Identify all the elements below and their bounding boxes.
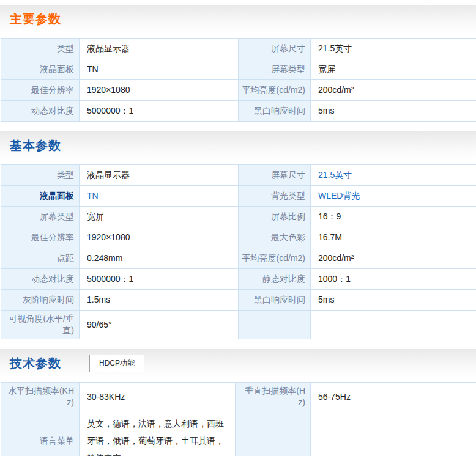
section-title: 基本参数 (10, 138, 61, 154)
param-value: 16：9 (311, 207, 476, 227)
param-label: 水平扫描频率(KHz) (1, 383, 80, 411)
spec-row: 液晶面板 TN 屏幕类型 宽屏 (1, 59, 476, 80)
param-value: 1920×1080 (80, 80, 239, 101)
param-value: TN (80, 59, 239, 80)
param-label: 最大色彩 (239, 227, 311, 248)
param-value: 1.5ms (80, 290, 239, 311)
section-basic-params: 基本参数 类型 液晶显示器 屏幕尺寸 21.5英寸 液晶面板 TN 背光类型 W… (0, 131, 476, 339)
param-value: 1000：1 (311, 269, 476, 290)
param-value-link[interactable]: TN (80, 186, 239, 207)
section-title: 技术参数 (10, 355, 61, 372)
param-value: 90/65° (80, 311, 239, 339)
spec-row: 灰阶响应时间 1.5ms 黑白响应时间 5ms (1, 290, 476, 311)
param-value-link[interactable]: 21.5英寸 (311, 165, 476, 186)
param-label-empty (236, 411, 311, 456)
param-value-empty (311, 311, 476, 339)
param-label: 动态对比度 (1, 101, 80, 122)
section-title: 主要参数 (10, 11, 61, 28)
param-label: 最佳分辨率 (1, 227, 80, 248)
section-tech-params: 技术参数 HDCP功能 水平扫描频率(KHz) 30-83KHz 垂直扫描频率(… (0, 349, 476, 456)
param-label: 屏幕类型 (239, 59, 311, 80)
param-value: 200cd/m² (311, 248, 476, 269)
param-value: 1920×1080 (80, 227, 239, 248)
spec-row: 点距 0.248mm 平均亮度(cd/m2) 200cd/m² (1, 248, 476, 269)
section-main-params: 主要参数 类型 液晶显示器 屏幕尺寸 21.5英寸 液晶面板 TN 屏幕类型 宽… (0, 5, 476, 122)
param-value: 30-83KHz (80, 383, 236, 411)
spec-row: 动态对比度 5000000：1 黑白响应时间 5ms (1, 101, 476, 122)
param-value: 200cd/m² (311, 80, 476, 101)
param-label: 黑白响应时间 (239, 290, 311, 311)
param-value-link[interactable]: WLED背光 (311, 186, 476, 207)
param-label-link[interactable]: 液晶面板 (1, 186, 80, 207)
param-value: 宽屏 (311, 59, 476, 80)
param-value: 5000000：1 (80, 101, 239, 122)
param-value: 英文，德语，法语，意大利语，西班牙语，俄语，葡萄牙语，土耳其语，简体中文 (80, 411, 236, 456)
param-value: 21.5英寸 (311, 39, 476, 59)
spec-row: 最佳分辨率 1920×1080 平均亮度(cd/m2) 200cd/m² (1, 80, 476, 101)
spec-table-tech: 水平扫描频率(KHz) 30-83KHz 垂直扫描频率(Hz) 56-75Hz … (1, 382, 476, 456)
param-label: 平均亮度(cd/m2) (239, 248, 311, 269)
spec-row: 语言菜单 英文，德语，法语，意大利语，西班牙语，俄语，葡萄牙语，土耳其语，简体中… (1, 411, 476, 456)
param-value: 液晶显示器 (80, 165, 239, 186)
param-label: 液晶面板 (1, 59, 80, 80)
param-value: 5ms (311, 290, 476, 311)
spec-table-main: 类型 液晶显示器 屏幕尺寸 21.5英寸 液晶面板 TN 屏幕类型 宽屏 最佳分… (1, 38, 476, 122)
spec-row: 最佳分辨率 1920×1080 最大色彩 16.7M (1, 227, 476, 248)
spec-row: 类型 液晶显示器 屏幕尺寸 21.5英寸 (1, 39, 476, 59)
param-label: 平均亮度(cd/m2) (239, 80, 311, 101)
param-value-empty (311, 411, 476, 456)
param-value: 液晶显示器 (80, 39, 239, 59)
param-value: 宽屏 (80, 207, 239, 227)
param-label: 类型 (1, 165, 80, 186)
section-header: 主要参数 (0, 5, 476, 33)
param-value: 0.248mm (80, 248, 239, 269)
param-label: 点距 (1, 248, 80, 269)
param-label: 语言菜单 (1, 411, 80, 456)
spec-row: 水平扫描频率(KHz) 30-83KHz 垂直扫描频率(Hz) 56-75Hz (1, 383, 476, 411)
param-label: 屏幕类型 (1, 207, 80, 227)
param-label: 屏幕比例 (239, 207, 311, 227)
hdcp-feature-button[interactable]: HDCP功能 (89, 355, 144, 372)
param-value: 5000000：1 (80, 269, 239, 290)
section-header: 基本参数 (0, 131, 476, 160)
param-label: 黑白响应时间 (239, 101, 311, 122)
param-label: 灰阶响应时间 (1, 290, 80, 311)
spec-row: 屏幕类型 宽屏 屏幕比例 16：9 (1, 207, 476, 227)
section-header: 技术参数 HDCP功能 (0, 349, 476, 377)
param-value: 5ms (311, 101, 476, 122)
param-value: 56-75Hz (311, 383, 476, 411)
param-label: 背光类型 (239, 186, 311, 207)
spec-row: 类型 液晶显示器 屏幕尺寸 21.5英寸 (1, 165, 476, 186)
param-label: 静态对比度 (239, 269, 311, 290)
param-label: 屏幕尺寸 (239, 39, 311, 59)
param-label: 可视角度(水平/垂直) (1, 311, 80, 339)
param-label: 垂直扫描频率(Hz) (236, 383, 311, 411)
spec-row: 可视角度(水平/垂直) 90/65° (1, 311, 476, 339)
param-label: 最佳分辨率 (1, 80, 80, 101)
param-value: 16.7M (311, 227, 476, 248)
param-label: 屏幕尺寸 (239, 165, 311, 186)
param-label: 动态对比度 (1, 269, 80, 290)
spec-row: 液晶面板 TN 背光类型 WLED背光 (1, 186, 476, 207)
spec-table-basic: 类型 液晶显示器 屏幕尺寸 21.5英寸 液晶面板 TN 背光类型 WLED背光… (1, 164, 476, 339)
param-label-empty (239, 311, 311, 339)
param-label: 类型 (1, 39, 80, 59)
spec-row: 动态对比度 5000000：1 静态对比度 1000：1 (1, 269, 476, 290)
